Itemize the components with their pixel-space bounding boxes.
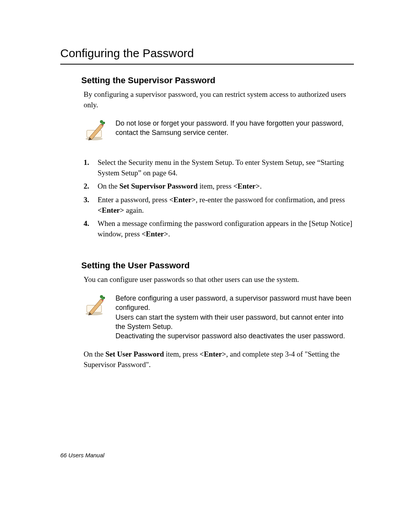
note-text-1: Do not lose or forget your password. If … xyxy=(116,119,354,138)
section1-intro: By configuring a supervisor password, yo… xyxy=(84,89,354,110)
step-2: On the Set Supervisor Password item, pre… xyxy=(84,181,354,192)
note-block-2: Before configuring a user password, a su… xyxy=(84,294,354,341)
footer-label: Users Manual xyxy=(67,452,105,458)
t: <Enter> xyxy=(98,206,124,214)
section2-final: On the Set User Password item, press <En… xyxy=(84,349,354,370)
t: item, press xyxy=(164,350,200,358)
t: <Enter> xyxy=(200,350,226,358)
svg-point-4 xyxy=(102,122,104,125)
note2-line1: Before configuring a user password, a su… xyxy=(116,294,354,313)
page-number: 66 xyxy=(60,452,67,458)
t: On the xyxy=(84,350,105,358)
note-block-1: Do not lose or forget your password. If … xyxy=(84,119,354,142)
t: Set Supervisor Password xyxy=(119,182,198,190)
section2-intro: You can configure user passwords so that… xyxy=(84,275,354,285)
note2-line2: Users can start the system with their us… xyxy=(116,313,354,332)
note2-line3: Deactivating the supervisor password als… xyxy=(116,331,354,341)
section2-heading: Setting the User Password xyxy=(81,261,354,271)
t: Enter a password, press xyxy=(98,196,169,204)
t: On the xyxy=(98,182,119,190)
step-4: When a message confirming the password c… xyxy=(84,219,354,239)
step-3: Enter a password, press <Enter>, re-ente… xyxy=(84,195,354,215)
t: <Enter> xyxy=(169,196,196,204)
note-icon xyxy=(84,119,107,142)
t: <Enter> xyxy=(233,182,260,190)
note-icon xyxy=(84,294,107,317)
t: item, press xyxy=(198,182,233,190)
section1-heading: Setting the Supervisor Password xyxy=(81,75,354,86)
t: <Enter> xyxy=(142,230,168,238)
t: again. xyxy=(124,206,144,214)
title-divider xyxy=(60,64,354,65)
page-footer: 66 Users Manual xyxy=(60,452,104,458)
t: , re-enter the password for confirmation… xyxy=(196,196,345,204)
svg-point-6 xyxy=(86,312,103,315)
t: . xyxy=(260,182,262,190)
svg-point-1 xyxy=(86,137,103,140)
note-text-2: Before configuring a user password, a su… xyxy=(116,294,354,341)
t: When a message confirming the password c… xyxy=(98,219,352,238)
page-title: Configuring the Password xyxy=(60,47,354,60)
step-1: Select the Security menu in the System S… xyxy=(84,157,354,178)
step-1-text: Select the Security menu in the System S… xyxy=(98,158,344,177)
t: Set User Password xyxy=(105,350,164,358)
svg-point-9 xyxy=(102,297,104,300)
t: . xyxy=(168,230,170,238)
steps-list: Select the Security menu in the System S… xyxy=(84,157,354,239)
